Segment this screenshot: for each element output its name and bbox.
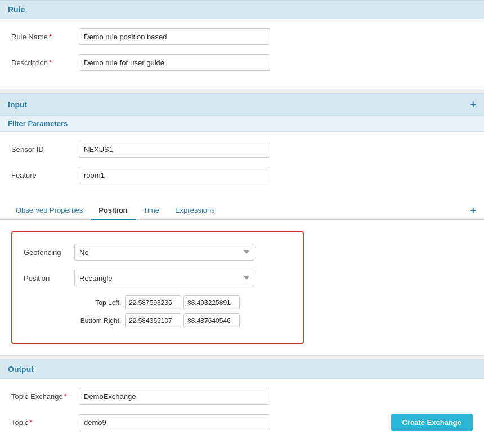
input-section-header: Input + <box>0 93 484 115</box>
topic-exchange-input[interactable] <box>79 388 270 405</box>
sensor-id-input[interactable] <box>79 141 270 158</box>
description-input[interactable] <box>79 54 270 71</box>
top-left-lon-input[interactable] <box>183 295 240 310</box>
filter-section-header: Filter Parameters <box>0 115 484 132</box>
position-tab-content: Geofencing No Yes Position Rectangle Cir… <box>0 220 484 355</box>
tabs-left: Observed Properties Position Time Expres… <box>8 201 223 219</box>
tab-observed-properties[interactable]: Observed Properties <box>8 201 91 220</box>
input-title: Input <box>8 100 27 109</box>
topic-input-group: Topic* <box>11 414 270 431</box>
tabs-bar: Observed Properties Position Time Expres… <box>0 201 484 220</box>
topic-label: Topic* <box>11 418 79 427</box>
divider-1 <box>0 89 484 93</box>
position-row: Position Rectangle Circle Polygon <box>24 270 292 286</box>
bottom-right-lon-input[interactable] <box>183 313 240 328</box>
tab-add-icon[interactable]: + <box>470 205 476 217</box>
topic-row: Topic* Create Exchange <box>11 414 473 431</box>
description-label: Description* <box>11 59 79 67</box>
bottom-right-row: Buttom Right <box>74 313 292 328</box>
geofencing-row: Geofencing No Yes <box>24 244 292 261</box>
output-section-content: Topic Exchange* Topic* Create Exchange <box>0 379 484 448</box>
topic-input[interactable] <box>79 414 270 431</box>
top-left-row: Top Left <box>74 295 292 310</box>
sensor-id-row: Sensor ID <box>11 141 473 158</box>
input-add-icon[interactable]: + <box>470 98 476 110</box>
output-title: Output <box>8 365 34 374</box>
bottom-right-lat-input[interactable] <box>125 313 181 328</box>
filter-title: Filter Parameters <box>8 119 68 128</box>
rule-section-content: Rule Name* Description* <box>0 19 484 89</box>
rule-section: Rule Rule Name* Description* <box>0 0 484 89</box>
divider-2 <box>0 355 484 360</box>
create-exchange-button[interactable]: Create Exchange <box>391 414 473 431</box>
rule-section-header: Rule <box>0 0 484 19</box>
filter-section: Filter Parameters Sensor ID Feature <box>0 115 484 201</box>
geofencing-select[interactable]: No Yes <box>74 244 254 261</box>
topic-exchange-label: Topic Exchange* <box>11 392 79 401</box>
top-left-lat-input[interactable] <box>125 295 181 310</box>
sensor-id-label: Sensor ID <box>11 145 79 154</box>
coords-section: Top Left Buttom Right <box>74 295 292 328</box>
output-section-header: Output <box>0 360 484 379</box>
tab-time[interactable]: Time <box>136 201 167 220</box>
top-left-label: Top Left <box>74 299 125 307</box>
feature-label: Feature <box>11 171 79 180</box>
rule-name-row: Rule Name* <box>11 28 473 45</box>
topic-exchange-row: Topic Exchange* <box>11 388 473 405</box>
position-select[interactable]: Rectangle Circle Polygon <box>74 270 254 286</box>
rule-name-label: Rule Name* <box>11 33 79 41</box>
input-section: Input + <box>0 93 484 115</box>
tab-position[interactable]: Position <box>91 201 135 220</box>
rule-name-input[interactable] <box>79 28 270 45</box>
bottom-right-label: Buttom Right <box>74 317 125 325</box>
feature-row: Feature <box>11 167 473 183</box>
rule-title: Rule <box>8 5 25 14</box>
output-section: Output Topic Exchange* Topic* Create Exc… <box>0 360 484 448</box>
tab-expressions[interactable]: Expressions <box>167 201 223 220</box>
feature-input[interactable] <box>79 167 270 183</box>
filter-section-content: Sensor ID Feature <box>0 132 484 201</box>
position-label: Position <box>24 274 74 283</box>
geofencing-box: Geofencing No Yes Position Rectangle Cir… <box>11 231 304 344</box>
description-row: Description* <box>11 54 473 71</box>
geofencing-label: Geofencing <box>24 248 74 257</box>
